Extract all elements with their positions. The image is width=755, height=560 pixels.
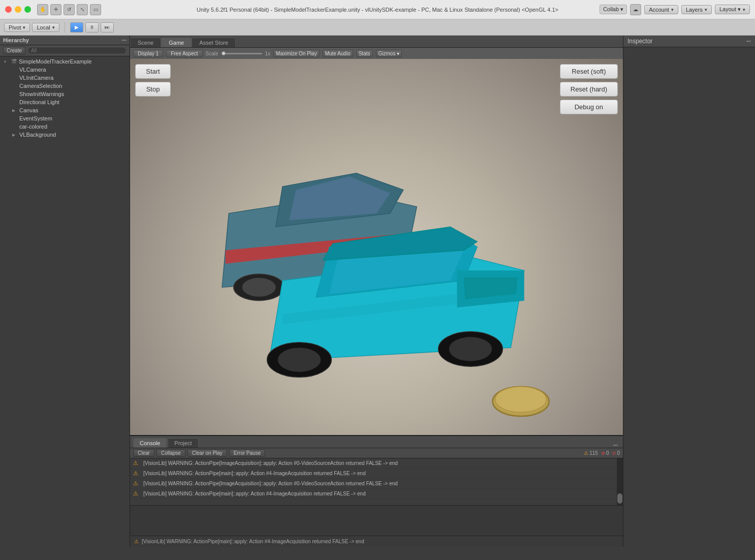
clear-on-play-button[interactable]: Clear on Play	[187, 449, 227, 457]
window-controls[interactable]	[5, 6, 31, 13]
inspector-collapse-icon[interactable]: ▪▪▪	[746, 39, 751, 44]
gizmos-btn[interactable]: Gizmos ▾	[376, 50, 402, 57]
reset-buttons-overlay: Reset (soft) Reset (hard) Debug on	[560, 64, 618, 114]
toolbar-sep-1	[65, 22, 65, 33]
console-scrollbar[interactable]	[617, 458, 623, 505]
title-bar: ✋ ✛ ↺ ⤡ ▭ Unity 5.6.2f1 Personal (64bit)…	[0, 0, 755, 19]
warning-icon-0: ⚠	[133, 460, 140, 466]
hierarchy-item-eventsystem[interactable]: EventSystem	[0, 114, 130, 122]
start-button[interactable]: Start	[135, 64, 171, 79]
console-content[interactable]: ⚠ [VisionLib] WARNING: ActionPipe[ImageA…	[130, 458, 623, 505]
hierarchy-item-vlinitcamera[interactable]: VLInitCamera	[0, 74, 130, 82]
debug-on-button[interactable]: Debug on	[560, 100, 618, 114]
console-status-bar: ⚠ [VisionLib] WARNING: ActionPipe[main]:…	[130, 536, 623, 547]
console-row-0[interactable]: ⚠ [VisionLib] WARNING: ActionPipe[ImageA…	[130, 458, 623, 469]
reset-soft-button[interactable]: Reset (soft)	[560, 64, 618, 79]
hierarchy-item-label: ShowInitWarnings	[19, 91, 64, 97]
hierarchy-item-vlbackground[interactable]: ▶ VLBackground	[0, 131, 130, 139]
hierarchy-item-label: VLInitCamera	[19, 75, 53, 81]
collab-button[interactable]: Collab ▾	[600, 5, 627, 14]
cloud-icon[interactable]: ☁	[630, 4, 641, 15]
warning-icon-2: ⚠	[133, 480, 140, 487]
collapse-button[interactable]: Collapse	[156, 449, 185, 457]
pivot-button[interactable]: Pivot	[4, 23, 30, 32]
console-stats: ⚠ 115 ⊗ 0 ⊘ 0	[584, 450, 620, 456]
console-message-3: [VisionLib] WARNING: ActionPipe[main]::a…	[143, 491, 366, 496]
hierarchy-item-directional-light[interactable]: Directional Light	[0, 98, 130, 106]
aspect-dropdown[interactable]: Free Aspect	[166, 50, 202, 57]
clear-button[interactable]: Clear	[133, 449, 154, 457]
pause-button[interactable]: ⏸	[85, 22, 99, 33]
hierarchy-item-car-colored[interactable]: car-colored	[0, 122, 130, 131]
tab-console[interactable]: Console	[133, 438, 167, 448]
layers-dropdown[interactable]: Layers	[681, 5, 712, 14]
scale-value: 1x	[265, 51, 271, 56]
hierarchy-collapse-icon[interactable]: ▪▪▪	[121, 38, 127, 43]
display-dropdown[interactable]: Display 1	[133, 50, 163, 57]
stats-btn[interactable]: Stats	[356, 50, 373, 57]
hierarchy-item-canvas[interactable]: ▶ Canvas	[0, 106, 130, 114]
game-viewport: Start Stop Reset (soft) Reset (hard) Deb…	[130, 59, 623, 435]
maximize-button[interactable]	[24, 6, 31, 13]
console-message-0: [VisionLib] WARNING: ActionPipe[ImageAcq…	[143, 460, 398, 466]
car-scene-svg	[130, 59, 623, 435]
tab-game[interactable]: Game	[161, 38, 192, 47]
create-button[interactable]: Create	[3, 47, 25, 54]
svg-point-17	[278, 348, 321, 372]
hierarchy-toolbar: Create	[0, 45, 130, 56]
inspector-title: Inspector	[627, 38, 652, 45]
account-dropdown[interactable]: Account	[644, 5, 678, 14]
console-row-2[interactable]: ⚠ [VisionLib] WARNING: ActionPipe[ImageA…	[130, 479, 623, 489]
scale-slider[interactable]	[222, 53, 262, 54]
reset-hard-button[interactable]: Reset (hard)	[560, 82, 618, 97]
local-button[interactable]: Local	[32, 23, 59, 32]
svg-point-15	[449, 337, 492, 361]
layout-dropdown[interactable]: Layout ▾	[715, 5, 750, 14]
hierarchy-item-label: EventSystem	[19, 115, 52, 121]
rotate-tool-icon[interactable]: ↺	[64, 4, 75, 15]
console-message-1: [VisionLib] WARNING: ActionPipe[main]::a…	[143, 471, 366, 476]
tab-project[interactable]: Project	[168, 438, 198, 448]
hierarchy-item-scene[interactable]: ▾ 🎬 SimpleModelTrackerExample	[0, 57, 130, 66]
hierarchy-item-label: car-colored	[19, 123, 47, 130]
move-tool-icon[interactable]: ✛	[50, 4, 61, 15]
svg-point-5	[242, 278, 276, 297]
hierarchy-header: Hierarchy ▪▪▪	[0, 36, 130, 45]
play-group: ▶ ⏸ ⏭	[70, 22, 114, 33]
hierarchy-content: ▾ 🎬 SimpleModelTrackerExample VLCamera V…	[0, 56, 130, 547]
console-area: Console Project ▪▪▪ Clear Collapse Clear…	[130, 435, 623, 547]
console-detail-area	[130, 505, 623, 536]
hierarchy-item-showinit[interactable]: ShowInitWarnings	[0, 90, 130, 98]
main-content: Scene Game Asset Store Display 1 Free As…	[130, 36, 623, 547]
step-button[interactable]: ⏭	[101, 22, 114, 33]
minimize-button[interactable]	[15, 6, 21, 13]
console-scrollbar-thumb[interactable]	[617, 493, 622, 504]
misc-count-badge: ⊘ 0	[612, 450, 620, 456]
maximize-on-play-btn[interactable]: Maximize On Play	[273, 50, 320, 57]
console-row-1[interactable]: ⚠ [VisionLib] WARNING: ActionPipe[main]:…	[130, 469, 623, 479]
hierarchy-item-vlcamera[interactable]: VLCamera	[0, 66, 130, 74]
console-panel-collapse-icon[interactable]: ▪▪▪	[613, 443, 618, 448]
close-button[interactable]	[5, 6, 12, 13]
hierarchy-item-cameraselection[interactable]: CameraSelection	[0, 82, 130, 90]
hierarchy-item-label: CameraSelection	[19, 83, 62, 89]
rect-tool-icon[interactable]: ▭	[90, 4, 101, 15]
game-view-area: Display 1 Free Aspect Scale 1x Maximize …	[130, 48, 623, 435]
pivot-local-group: Pivot Local	[4, 23, 59, 32]
scale-tool-icon[interactable]: ⤡	[77, 4, 88, 15]
error-icon: ⊗	[601, 450, 605, 456]
hand-tool-icon[interactable]: ✋	[37, 4, 48, 15]
error-pause-button[interactable]: Error Pause	[229, 449, 265, 457]
console-message-2: [VisionLib] WARNING: ActionPipe[ImageAcq…	[143, 481, 398, 486]
stop-button[interactable]: Stop	[135, 82, 171, 97]
hierarchy-search[interactable]	[27, 47, 127, 54]
console-row-3[interactable]: ⚠ [VisionLib] WARNING: ActionPipe[main]:…	[130, 489, 623, 499]
inspector-header: Inspector ▪▪▪	[623, 36, 755, 47]
tab-asset-store[interactable]: Asset Store	[192, 38, 236, 47]
tab-scene[interactable]: Scene	[130, 38, 161, 47]
mute-audio-btn[interactable]: Mute Audio	[323, 50, 353, 57]
play-button[interactable]: ▶	[70, 22, 83, 33]
misc-icon: ⊘	[612, 450, 616, 456]
warning-icon-3: ⚠	[133, 490, 140, 497]
warning-icon: ⚠	[584, 450, 588, 456]
